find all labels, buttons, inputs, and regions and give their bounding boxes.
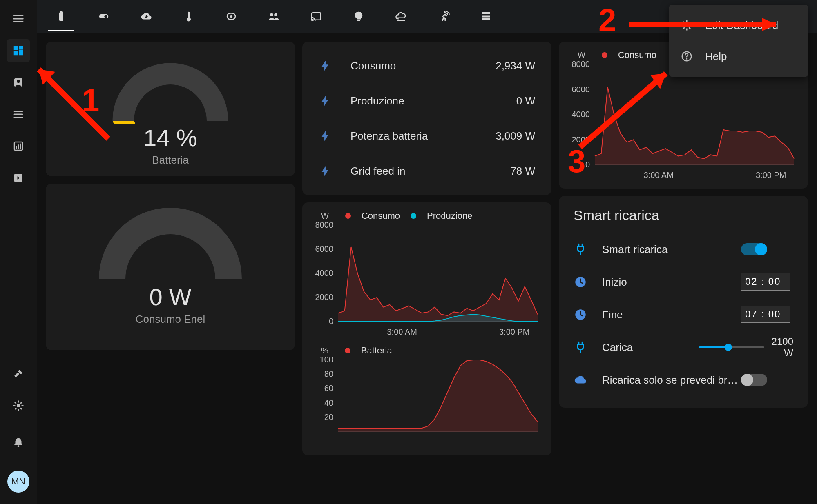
tab-toggle[interactable]: [91, 3, 117, 30]
legend-produzione: Produzione: [427, 211, 472, 221]
row-weather: Ricarica solo se prevedi brutt…: [574, 364, 793, 396]
tab-battery[interactable]: [48, 1, 74, 31]
gauge-battery-value: 14 %: [143, 124, 197, 151]
svg-text:100: 100: [320, 356, 333, 364]
chart-y-unit: W: [321, 211, 329, 221]
tab-weather[interactable]: [388, 3, 414, 30]
tab-people[interactable]: [261, 3, 287, 30]
legend-batteria: Batteria: [361, 345, 392, 356]
svg-text:3:00 AM: 3:00 AM: [387, 327, 417, 336]
tools-icon[interactable]: [7, 362, 30, 385]
header: ⋮ Edit Dashboard Help: [37, 0, 817, 33]
gear-icon: [681, 19, 693, 31]
tab-cast[interactable]: [303, 3, 329, 30]
settings-icon[interactable]: [7, 394, 30, 417]
legend-consumo: Consumo: [362, 211, 400, 221]
entities-card: Consumo 2,934 W Produzione 0 W Potenza b…: [302, 42, 551, 195]
svg-text:3:00 AM: 3:00 AM: [643, 171, 673, 180]
tab-robot-vacuum[interactable]: [218, 3, 244, 30]
svg-text:3:00 PM: 3:00 PM: [499, 327, 529, 336]
clock-icon: [574, 308, 587, 322]
gauge-enel-label: Consumo Enel: [136, 313, 205, 326]
svg-text:0: 0: [329, 317, 333, 326]
row-end: Fine: [574, 298, 793, 331]
entity-name: Consumo: [350, 60, 496, 72]
tab-light[interactable]: [346, 3, 372, 30]
gauge-battery-label: Batteria: [152, 154, 189, 167]
svg-text:0: 0: [585, 160, 590, 169]
slider-charge-value: 2100W: [772, 336, 793, 358]
chart2-y-unit: %: [321, 346, 328, 355]
menu-help-label: Help: [705, 50, 727, 63]
flash-icon: [319, 129, 333, 143]
overview-icon[interactable]: [7, 39, 30, 62]
svg-text:3:00 PM: 3:00 PM: [756, 171, 786, 180]
svg-text:6000: 6000: [315, 244, 334, 253]
row-enable: Smart ricarica: [574, 233, 793, 266]
row-start: Inizio: [574, 266, 793, 298]
row-charge: Carica 2100W: [574, 331, 793, 364]
stats-icon[interactable]: [7, 135, 30, 158]
input-start[interactable]: [741, 273, 790, 291]
smart-ricarica-title: Smart ricarica: [574, 207, 793, 223]
svg-text:4000: 4000: [572, 110, 590, 119]
menu-edit-dashboard[interactable]: Edit Dashboard: [669, 10, 808, 41]
switch-weather[interactable]: [741, 374, 767, 386]
plug-icon: [574, 340, 587, 354]
media-icon[interactable]: [7, 167, 30, 189]
tab-server[interactable]: [473, 3, 499, 30]
chart-top-yunit: W: [578, 51, 585, 60]
switch-enable[interactable]: [741, 243, 767, 255]
more-menu: Edit Dashboard Help: [669, 5, 808, 77]
sidebar: MN: [0, 0, 37, 504]
tab-motion[interactable]: [431, 3, 457, 30]
help-icon: [681, 50, 693, 62]
plug-icon: [574, 242, 587, 256]
tab-cloud-download[interactable]: [133, 3, 159, 30]
slider-charge[interactable]: [699, 346, 764, 348]
entity-row[interactable]: Produzione 0 W: [319, 83, 535, 118]
smart-ricarica-card: Smart ricarica Smart ricarica Inizio Fin…: [559, 196, 808, 408]
chart-consumo-produzione-card[interactable]: W Consumo Produzione 800060004000200003:…: [302, 202, 551, 455]
gauge-enel-value: 0 W: [149, 283, 191, 311]
tab-thermometer[interactable]: [176, 3, 202, 30]
entity-name: Potenza batteria: [350, 130, 496, 142]
entity-row[interactable]: Potenza batteria 3,009 W: [319, 118, 535, 153]
entity-row[interactable]: Grid feed in 78 W: [319, 153, 535, 189]
menu-icon[interactable]: [7, 7, 30, 30]
flash-icon: [319, 164, 333, 178]
avatar[interactable]: MN: [7, 471, 29, 493]
entity-name: Grid feed in: [350, 165, 510, 178]
svg-text:20: 20: [324, 413, 333, 422]
gauge-enel-card[interactable]: 0 W Consumo Enel: [46, 184, 295, 350]
menu-edit-label: Edit Dashboard: [705, 19, 778, 32]
svg-text:4000: 4000: [315, 269, 334, 278]
notifications-icon[interactable]: [7, 431, 30, 454]
entity-value: 0 W: [516, 95, 535, 107]
svg-text:8000: 8000: [572, 60, 590, 69]
entity-value: 78 W: [510, 165, 535, 178]
svg-text:40: 40: [324, 398, 333, 407]
entity-value: 2,934 W: [496, 60, 535, 72]
person-icon[interactable]: [7, 71, 30, 94]
svg-text:80: 80: [324, 369, 333, 378]
entity-value: 3,009 W: [496, 130, 535, 142]
legend-top-consumo: Consumo: [618, 50, 656, 60]
list-icon[interactable]: [7, 103, 30, 126]
clock-icon: [574, 275, 587, 289]
flash-icon: [319, 59, 333, 73]
entity-name: Produzione: [350, 95, 516, 107]
entity-row[interactable]: Consumo 2,934 W: [319, 48, 535, 83]
svg-text:6000: 6000: [572, 85, 590, 94]
svg-text:8000: 8000: [315, 221, 334, 229]
gauge-battery-card[interactable]: 14 % Batteria: [46, 42, 295, 176]
cloud-icon: [574, 373, 587, 387]
input-end[interactable]: [741, 306, 790, 323]
svg-text:2000: 2000: [315, 293, 334, 302]
flash-icon: [319, 94, 333, 108]
menu-help[interactable]: Help: [669, 41, 808, 72]
svg-text:2000: 2000: [572, 135, 590, 144]
svg-text:60: 60: [324, 384, 333, 393]
